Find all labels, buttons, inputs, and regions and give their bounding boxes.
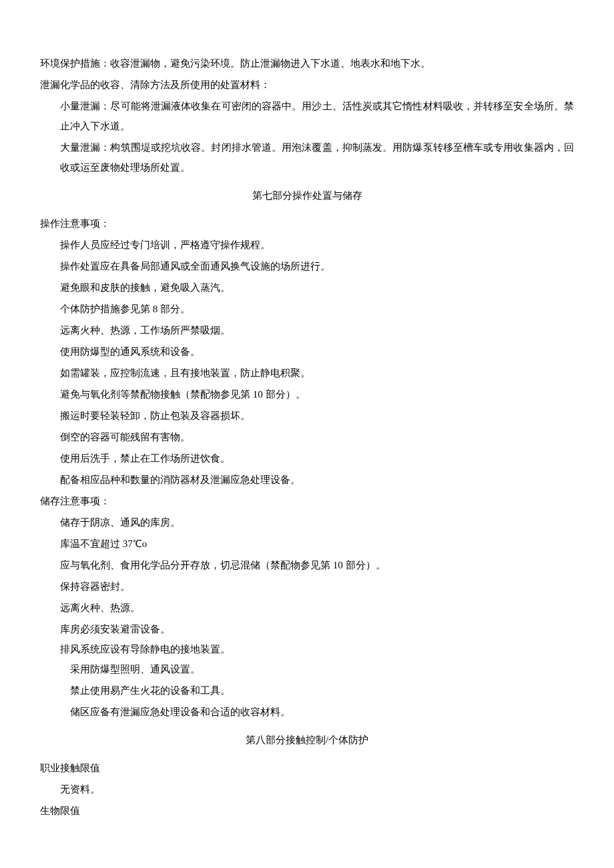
storage-item: 远离火种、热源。 bbox=[40, 598, 574, 618]
operation-header: 操作注意事项： bbox=[40, 213, 574, 234]
storage-item-indent: 禁止使用易产生火花的设备和工具。 bbox=[40, 681, 574, 701]
storage-item: 排风系统应设有导除静电的接地装置。 bbox=[40, 640, 574, 659]
operation-item: 使用后洗手，禁止在工作场所进饮食。 bbox=[40, 448, 574, 468]
bio-limit-header: 生物限值 bbox=[40, 801, 574, 821]
operation-item: 搬运时要轻装轻卸，防止包装及容器损坏。 bbox=[40, 406, 574, 426]
env-protection-text: 环境保护措施：收容泄漏物，避免污染环境。防止泄漏物进入下水道、地表水和地下水。 bbox=[40, 53, 574, 73]
storage-item-indent: 储区应备有泄漏应急处理设备和合适的收容材料。 bbox=[40, 702, 574, 722]
storage-item: 保持容器密封。 bbox=[40, 576, 574, 596]
operation-item: 个体防护措施参见第 8 部分。 bbox=[40, 299, 574, 319]
operation-item: 操作人员应经过专门培训，严格遵守操作规程。 bbox=[40, 235, 574, 255]
storage-item: 应与氧化剂、食用化学品分开存放，切忌混储（禁配物参见第 10 部分）。 bbox=[40, 555, 574, 575]
operation-item: 远离火种、热源，工作场所严禁吸烟。 bbox=[40, 320, 574, 340]
operation-item: 操作处置应在具备局部通风或全面通风换气设施的场所进行。 bbox=[40, 256, 574, 276]
storage-item: 储存于阴凉、通风的库房。 bbox=[40, 512, 574, 532]
operation-item: 避免与氧化剂等禁配物接触（禁配物参见第 10 部分）。 bbox=[40, 384, 574, 404]
operation-item: 使用防爆型的通风系统和设备。 bbox=[40, 342, 574, 362]
section-8-title: 第八部分接触控制/个体防护 bbox=[40, 730, 574, 750]
operation-item: 配备相应品种和数量的消防器材及泄漏应急处理设备。 bbox=[40, 470, 574, 490]
no-data-text: 无资料。 bbox=[40, 779, 574, 799]
storage-item: 库温不宜超过 37℃o bbox=[40, 534, 574, 554]
operation-item: 避免眼和皮肤的接触，避免吸入蒸汽。 bbox=[40, 278, 574, 298]
storage-item: 库房必须安装避雷设备。 bbox=[40, 619, 574, 639]
large-leak-text: 大量泄漏：构筑围堤或挖坑收容。封闭排水管道。用泡沫覆盖，抑制蒸发。用防爆泵转移至… bbox=[40, 137, 574, 177]
storage-item-indent: 采用防爆型照明、通风设置。 bbox=[40, 661, 574, 679]
operation-item: 如需罐装，应控制流速，且有接地装置，防止静电积聚。 bbox=[40, 363, 574, 383]
operation-item: 倒空的容器可能残留有害物。 bbox=[40, 427, 574, 447]
occupational-limit-header: 职业接触限值 bbox=[40, 758, 574, 778]
storage-header: 储存注意事项： bbox=[40, 491, 574, 511]
small-leak-text: 小量泄漏：尽可能将泄漏液体收集在可密闭的容器中。用沙土、活性炭或其它惰性材料吸收… bbox=[40, 96, 574, 136]
cleanup-header: 泄漏化学品的收容、清除方法及所使用的处置材料： bbox=[40, 75, 574, 95]
section-7-title: 第七部分操作处置与储存 bbox=[40, 185, 574, 205]
